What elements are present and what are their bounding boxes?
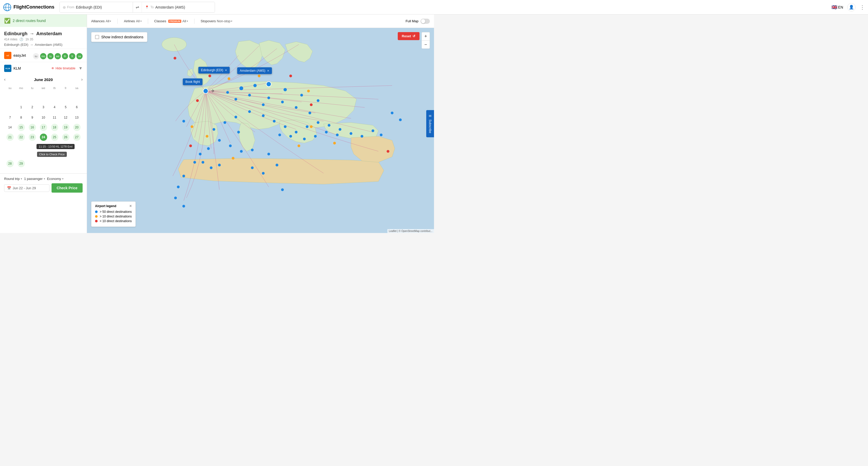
cal-day-25[interactable]: 25 — [51, 133, 58, 141]
search-bar: ◎ From Edinburgh (EDI) ⇌ 📍 To Amsterdam … — [60, 2, 215, 13]
passengers-chevron: ▾ — [44, 177, 45, 180]
calendar-cell: 15 — [16, 123, 26, 132]
calendar-cell: 16 — [27, 123, 37, 132]
day-th[interactable]: th — [62, 53, 68, 59]
zoom-in-button[interactable]: + — [422, 32, 430, 40]
hide-timetable-button[interactable]: 👁 Hide timetable — [51, 66, 75, 70]
cal-day-10: 10 — [40, 114, 47, 121]
cal-day-12: 12 — [62, 114, 69, 121]
amsterdam-close-button[interactable]: ✕ — [267, 69, 269, 72]
calendar-day-headers: su mo tu we th fr sa — [5, 86, 82, 91]
calendar-next-button[interactable]: › — [81, 77, 83, 82]
cal-day-27[interactable]: 27 — [73, 133, 81, 141]
expand-chevron-klm[interactable]: ▼ — [79, 66, 83, 71]
swap-button[interactable]: ⇌ — [133, 2, 142, 12]
svg-point-53 — [262, 172, 265, 175]
calendar-cell: 25 — [49, 132, 60, 142]
svg-point-42 — [314, 135, 317, 138]
svg-point-73 — [298, 145, 300, 147]
day-tu[interactable]: tu — [48, 53, 54, 59]
cal-day-15[interactable]: 15 — [18, 124, 25, 131]
svg-point-33 — [229, 145, 232, 147]
airlines-label: Airlines — [124, 19, 135, 23]
cal-day-17[interactable]: 17 — [40, 124, 47, 131]
sidebar: ✅ 2 direct routes found Edinburgh → Amst… — [0, 14, 87, 233]
calendar-cell — [71, 158, 82, 169]
edinburgh-close-button[interactable]: ✕ — [225, 69, 227, 72]
logo[interactable]: FlightConnections — [3, 3, 54, 11]
svg-point-17 — [308, 112, 311, 115]
legend-item-yellow: > 10 direct destinations — [95, 215, 132, 218]
zoom-out-button[interactable]: − — [422, 40, 430, 49]
cal-day-16[interactable]: 16 — [29, 124, 36, 131]
cal-day-21[interactable]: 21 — [6, 133, 14, 141]
classes-value[interactable]: All ▾ — [182, 19, 188, 23]
cal-day-28[interactable]: 28 — [6, 160, 14, 167]
reset-label: Reset — [402, 34, 411, 38]
cal-day-1: 1 — [18, 103, 25, 111]
col-sa: sa — [71, 86, 82, 91]
airlines-filter[interactable]: Airlines All ▾ — [124, 19, 142, 23]
svg-point-31 — [213, 128, 215, 131]
cal-day-empty — [40, 92, 47, 99]
search-from[interactable]: ◎ From Edinburgh (EDI) — [60, 2, 133, 12]
reset-button[interactable]: Reset ↺ — [398, 32, 420, 40]
cabin-selector[interactable]: Economy ▾ — [47, 177, 63, 181]
full-map-toggle: Full Map — [405, 19, 430, 24]
calendar-week-0 — [5, 91, 82, 101]
calendar-cell: 22 — [16, 132, 26, 142]
booking-options: Round trip ▾ 1 passenger ▾ Economy ▾ — [4, 177, 83, 181]
header: FlightConnections ◎ From Edinburgh (EDI)… — [0, 0, 434, 14]
stopovers-filter[interactable]: Stopovers Non-stop ▾ — [201, 19, 232, 23]
alliances-filter[interactable]: Alliances All ▾ — [91, 19, 111, 23]
calendar-icon: 📅 — [7, 186, 11, 190]
calendar-prev-button[interactable]: ‹ — [4, 77, 5, 82]
airlines-value[interactable]: All ▾ — [136, 19, 142, 23]
search-to[interactable]: 📍 To Amsterdam (AMS) — [142, 2, 215, 12]
passengers-selector[interactable]: 1 passenger ▾ — [24, 177, 45, 181]
alliances-chevron: ▾ — [110, 20, 111, 23]
mail-icon: ✉ — [428, 114, 432, 118]
edinburgh-popup: Edinburgh (EDI) ✕ — [198, 67, 230, 73]
col-th: th — [49, 86, 60, 91]
cal-day-19[interactable]: 19 — [62, 124, 69, 131]
indirect-destinations-checkbox[interactable]: Show indirect destinations — [91, 32, 147, 42]
cal-day-18[interactable]: 18 — [51, 124, 58, 131]
day-mo[interactable]: mo — [40, 53, 46, 59]
cal-day-22[interactable]: 22 — [18, 133, 25, 141]
alliances-value[interactable]: All ▾ — [106, 19, 111, 23]
full-map-switch[interactable] — [421, 19, 430, 24]
day-sa[interactable]: sa — [76, 53, 83, 59]
check-price-button[interactable]: Check Price — [52, 183, 83, 193]
cal-day-6: 6 — [73, 103, 81, 111]
day-su[interactable]: su — [33, 53, 39, 59]
sep1 — [117, 19, 118, 24]
date-range-input[interactable]: 📅 Jun 22 - Jun 29 — [4, 184, 50, 192]
calendar-cell — [5, 102, 15, 112]
cal-day-20[interactable]: 20 — [73, 124, 81, 131]
calendar: ‹ June 2020 › su mo tu we th fr sa — [0, 74, 87, 174]
day-fr[interactable]: fr — [69, 53, 75, 59]
svg-point-67 — [258, 74, 260, 77]
day-we[interactable]: we — [55, 53, 61, 59]
trip-type-selector[interactable]: Round trip ▾ — [4, 177, 22, 181]
stopovers-value[interactable]: Non-stop ▾ — [217, 19, 232, 23]
svg-point-13 — [234, 98, 237, 101]
clock-icon: 🕐 — [20, 37, 23, 41]
legend-close-button[interactable]: ✕ — [129, 204, 132, 208]
cal-day-24[interactable]: 24 — [40, 133, 47, 141]
cal-day-26[interactable]: 26 — [62, 133, 69, 141]
calendar-month: June 2020 — [34, 77, 53, 82]
edinburgh-popup-text: Edinburgh (EDI) — [201, 68, 223, 72]
legend-title: Airport legend ✕ — [95, 204, 132, 208]
svg-point-57 — [182, 205, 185, 208]
book-flight-button[interactable]: Book flight — [183, 79, 203, 85]
cal-day-29[interactable]: 29 — [18, 160, 25, 167]
cal-day-23[interactable]: 23 — [29, 133, 36, 141]
classes-filter[interactable]: Classes PREMIUM All ▾ — [154, 19, 188, 23]
subscribe-panel[interactable]: ✉ Subscribe — [426, 110, 434, 137]
calendar-cell: 4 — [49, 102, 60, 112]
svg-point-10 — [300, 94, 303, 97]
legend-label-blue: > 50 direct destinations — [100, 210, 132, 214]
legend-label-yellow: > 10 direct destinations — [100, 215, 132, 218]
